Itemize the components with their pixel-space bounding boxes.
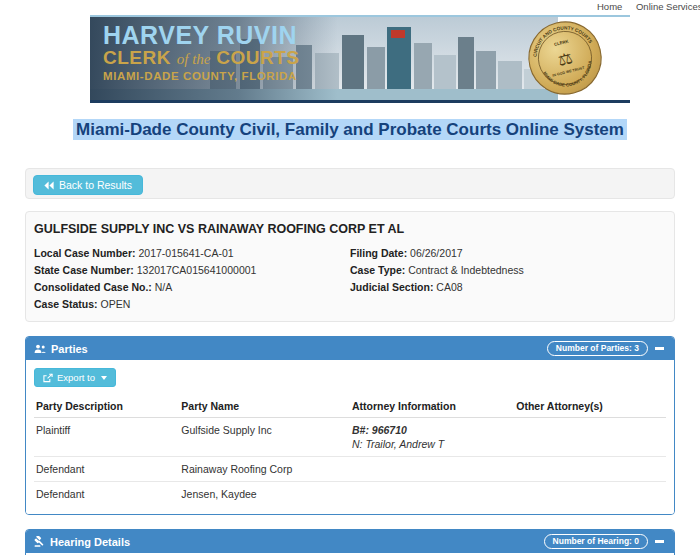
parties-panel-header: Parties Number of Parties: 3	[26, 337, 674, 360]
party-name: Jensen, Kaydee	[179, 482, 350, 507]
parties-panel-body: Export to Party Description Party Name A…	[26, 360, 674, 514]
banner-text: HARVEY RUVIN CLERK of the COURTS MIAMI-D…	[103, 22, 300, 82]
case-summary-panel: GULFSIDE SUPPLY INC VS RAINAWAY ROOFING …	[25, 211, 675, 322]
table-row: Defendant Rainaway Roofing Corp	[34, 457, 666, 482]
col-party-name: Party Name	[179, 395, 350, 418]
toolbar-well: Back to Results	[25, 168, 675, 199]
case-fields-right: Filing Date: 06/26/2017 Case Type: Contr…	[350, 245, 666, 313]
clerk-name: HARVEY RUVIN	[103, 22, 300, 48]
other-attorneys	[514, 418, 666, 457]
field-case-type: Case Type: Contract & Indebtedness	[350, 262, 666, 279]
attorney-name: N: Trailor, Andrew T	[352, 438, 512, 450]
party-description: Plaintiff	[34, 418, 179, 457]
field-judicial-section: Judicial Section: CA08	[350, 279, 666, 296]
nav-home[interactable]: Home	[597, 1, 622, 12]
attorney-information	[350, 482, 514, 507]
field-state-case-number: State Case Number: 132017CA015641000001	[34, 262, 350, 279]
collapse-parties-icon[interactable]	[655, 347, 664, 350]
parties-count-badge: Number of Parties: 3	[547, 341, 648, 356]
county-line: MIAMI-DADE COUNTY, FLORIDA	[103, 70, 300, 82]
field-consolidated-case-no: Consolidated Case No.: N/A	[34, 279, 350, 296]
case-fields-left: Local Case Number: 2017-015641-CA-01 Sta…	[34, 245, 350, 313]
parties-panel: Parties Number of Parties: 3 Export to	[25, 336, 675, 515]
users-icon	[34, 344, 46, 354]
party-description: Defendant	[34, 457, 179, 482]
caret-down-icon	[101, 376, 107, 380]
other-attorneys	[514, 457, 666, 482]
table-row: Defendant Jensen, Kaydee	[34, 482, 666, 507]
table-row: Plaintiff Gulfside Supply Inc B#: 966710…	[34, 418, 666, 457]
party-name: Rainaway Roofing Corp	[179, 457, 350, 482]
field-filing-date: Filing Date: 06/26/2017	[350, 245, 666, 262]
attorney-bar-number: B#: 966710	[352, 424, 512, 436]
top-navigation: Home Online Services About	[597, 1, 700, 12]
party-description: Defendant	[34, 482, 179, 507]
export-to-button[interactable]: Export to	[34, 368, 116, 387]
clerk-title: CLERK of the COURTS	[103, 48, 300, 68]
col-attorney-information: Attorney Information	[350, 395, 514, 418]
export-icon	[43, 373, 53, 383]
parties-table: Party Description Party Name Attorney In…	[34, 395, 666, 506]
parties-panel-title: Parties	[51, 343, 88, 355]
nav-online-services[interactable]: Online Services	[636, 1, 700, 12]
field-local-case-number: Local Case Number: 2017-015641-CA-01	[34, 245, 350, 262]
export-button-label: Export to	[57, 372, 95, 383]
attorney-information: B#: 966710 N: Trailor, Andrew T	[350, 418, 514, 457]
attorney-information	[350, 457, 514, 482]
collapse-hearing-icon[interactable]	[655, 540, 664, 543]
page-title: Miami-Dade County Civil, Family and Prob…	[0, 120, 700, 140]
hearing-panel-header: Hearing Details Number of Hearing: 0	[26, 530, 674, 553]
main-content: Back to Results GULFSIDE SUPPLY INC VS R…	[25, 168, 675, 555]
hearing-count-badge: Number of Hearing: 0	[544, 534, 648, 549]
case-title: GULFSIDE SUPPLY INC VS RAINAWAY ROOFING …	[34, 222, 666, 236]
header-banner: HARVEY RUVIN CLERK of the COURTS MIAMI-D…	[90, 15, 630, 103]
other-attorneys	[514, 482, 666, 507]
col-party-description: Party Description	[34, 395, 179, 418]
back-to-results-button[interactable]: Back to Results	[33, 175, 143, 195]
gavel-icon	[34, 536, 45, 547]
field-case-status: Case Status: OPEN	[34, 296, 350, 313]
hearing-panel-title: Hearing Details	[50, 536, 130, 548]
hearing-details-panel: Hearing Details Number of Hearing: 0 No …	[25, 529, 675, 555]
back-button-label: Back to Results	[59, 179, 132, 191]
party-name: Gulfside Supply Inc	[179, 418, 350, 457]
col-other-attorneys: Other Attorney(s)	[514, 395, 666, 418]
rewind-icon	[44, 181, 54, 190]
